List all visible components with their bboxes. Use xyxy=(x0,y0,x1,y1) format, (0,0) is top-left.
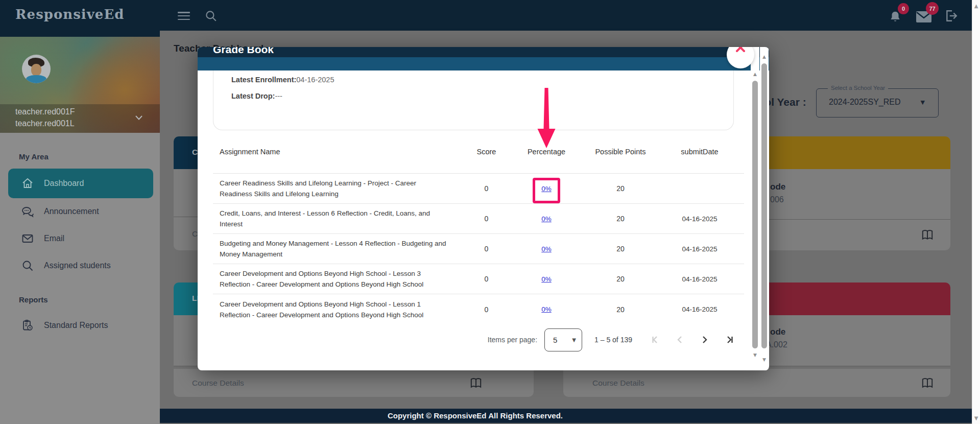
grade-book-modal: Grade Book Latest Enrollment:04-16-2025 … xyxy=(198,47,769,370)
page-size-select[interactable]: 5 ▼ xyxy=(544,328,582,351)
assignment-name: Credit, Loans, and Interest - Lesson 6 R… xyxy=(213,208,462,229)
avatar xyxy=(22,55,51,83)
sidebar-item-email[interactable]: Email xyxy=(8,226,153,251)
column-header-submitdate: submitDate xyxy=(659,147,740,156)
table-row: Career Readiness Skills and Lifelong Lea… xyxy=(213,174,744,204)
course-code-value-fragment: 006 xyxy=(770,195,784,204)
percentage-link[interactable]: 0% xyxy=(541,215,552,223)
profile-name-last: teacher.red001L xyxy=(15,119,75,128)
search-icon[interactable] xyxy=(204,9,218,22)
sidebar: teacher.red001F teacher.red001L My Area … xyxy=(0,31,160,424)
magnifier-icon xyxy=(21,260,34,272)
scroll-up-arrow[interactable]: ▲ xyxy=(972,3,980,9)
column-header-score: Score xyxy=(462,147,511,156)
modal-inner-scrollbar: ▲ ▼ xyxy=(751,47,759,370)
pagination-bar: Items per page: 5 ▼ 1 – 5 of 139 xyxy=(213,324,735,355)
annotation-highlight-box xyxy=(533,178,560,203)
table-row: Budgeting and Money Management - Lesson … xyxy=(213,234,744,264)
latest-enrollment-label: Latest Enrollment: xyxy=(231,76,296,84)
possible-points-value: 20 xyxy=(582,305,659,314)
latest-drop-label: Latest Drop: xyxy=(231,92,275,100)
app-window: ResponsiveEd 0 77 teacher. xyxy=(0,0,980,424)
close-icon xyxy=(735,47,746,53)
modal-title: Grade Book xyxy=(213,47,274,56)
table-row: Credit, Loans, and Interest - Lesson 6 R… xyxy=(213,204,744,234)
course-code-value-fragment: A.002 xyxy=(766,340,787,349)
sidebar-item-label: Assigned students xyxy=(44,261,111,270)
school-year-select[interactable]: Select a School Year 2024-2025SY_RED ▼ xyxy=(816,88,939,117)
sidebar-item-label: Standard Reports xyxy=(44,321,108,330)
percentage-link[interactable]: 0% xyxy=(541,305,552,313)
submit-date-value: 04-16-2025 xyxy=(659,305,740,313)
sidebar-item-label: Dashboard xyxy=(44,179,84,188)
column-header-assignment-name: Assignment Name xyxy=(213,147,462,156)
modal-outer-scrollbar: ▲ ▼ xyxy=(760,47,769,370)
scroll-down-arrow[interactable]: ▼ xyxy=(972,415,980,421)
latest-enrollment-value: 04-16-2025 xyxy=(296,76,334,84)
submit-date-value: 04-16-2025 xyxy=(659,215,740,223)
possible-points-value: 20 xyxy=(582,275,659,283)
sidebar-item-label: Email xyxy=(44,234,64,243)
envelope-icon xyxy=(21,232,34,245)
percentage-link[interactable]: 0% xyxy=(541,275,552,283)
scroll-up-arrow[interactable]: ▲ xyxy=(760,54,769,59)
menu-toggle-icon[interactable] xyxy=(178,12,190,20)
app-logo: ResponsiveEd xyxy=(15,7,124,22)
scroll-down-arrow[interactable]: ▼ xyxy=(760,357,769,362)
sidebar-item-standard-reports[interactable]: Standard Reports xyxy=(8,313,153,338)
sidebar-item-dashboard[interactable]: Dashboard xyxy=(8,169,153,198)
page-size-value: 5 xyxy=(553,336,557,344)
logout-icon[interactable] xyxy=(945,9,958,22)
assignment-name: Career Readiness Skills and Lifelong Lea… xyxy=(213,178,462,199)
submit-date-value: 04-16-2025 xyxy=(659,245,740,253)
mail-count-badge: 77 xyxy=(926,2,939,15)
column-header-possible-points: Possible Points xyxy=(582,147,659,156)
latest-drop-row: Latest Drop:--- xyxy=(231,92,282,100)
assignment-name: Career Development and Options Beyond Hi… xyxy=(213,299,462,320)
modal-header-strip xyxy=(198,47,769,57)
sidebar-section-my-area: My Area xyxy=(19,152,49,161)
course-code-label-fragment: ode xyxy=(770,182,785,192)
latest-drop-value: --- xyxy=(275,92,282,100)
percentage-link[interactable]: 0% xyxy=(541,245,552,253)
last-page-button[interactable] xyxy=(723,334,735,346)
possible-points-value: 20 xyxy=(582,184,659,193)
score-value: 0 xyxy=(462,184,511,193)
scroll-up-arrow[interactable]: ▲ xyxy=(751,72,759,77)
book-icon[interactable] xyxy=(921,376,934,390)
previous-page-button[interactable] xyxy=(674,334,686,346)
chevron-down-icon: ▼ xyxy=(921,99,925,106)
sidebar-item-label: Announcement xyxy=(44,207,99,216)
page-scrollbar[interactable]: ▲ ▼ xyxy=(972,0,980,424)
assignments-table: Assignment Name Score Percentage Possibl… xyxy=(213,130,744,324)
book-icon[interactable] xyxy=(921,228,934,242)
scrollbar-thumb[interactable] xyxy=(761,63,767,348)
course-details-label: Course Details xyxy=(192,379,244,388)
chevron-down-icon[interactable] xyxy=(135,115,142,120)
modal-header-band xyxy=(198,57,769,70)
profile-name-strip[interactable]: teacher.red001F teacher.red001L xyxy=(0,104,160,133)
submit-date-value: 04-16-2025 xyxy=(659,275,740,283)
book-icon[interactable] xyxy=(469,376,483,390)
scrollbar-thumb[interactable] xyxy=(752,81,758,348)
score-value: 0 xyxy=(462,245,511,253)
course-details-label: Course Details xyxy=(592,379,644,388)
sidebar-item-assigned-students[interactable]: Assigned students xyxy=(8,253,153,278)
sidebar-item-announcement[interactable]: Announcement xyxy=(8,199,153,224)
course-details-bar[interactable]: Course Details xyxy=(563,369,950,397)
latest-enrollment-row: Latest Enrollment:04-16-2025 xyxy=(231,76,334,84)
table-header-row: Assignment Name Score Percentage Possibl… xyxy=(213,130,744,174)
assignment-name: Budgeting and Money Management - Lesson … xyxy=(213,238,462,260)
notification-count-badge: 0 xyxy=(898,3,909,14)
next-page-button[interactable] xyxy=(699,334,711,346)
sidebar-top-strip xyxy=(0,31,160,37)
scroll-down-arrow[interactable]: ▼ xyxy=(751,352,759,358)
course-code-label-fragment: ode xyxy=(770,327,785,337)
course-details-bar[interactable]: Course Details xyxy=(174,369,534,397)
first-page-button[interactable] xyxy=(650,334,662,346)
school-year-select-value: 2024-2025SY_RED xyxy=(829,98,901,107)
items-per-page-label: Items per page: xyxy=(488,336,537,344)
enrollment-info-panel: Latest Enrollment:04-16-2025 Latest Drop… xyxy=(213,70,734,130)
assignment-name: Career Development and Options Beyond Hi… xyxy=(213,268,462,290)
top-navigation-bar: ResponsiveEd 0 77 xyxy=(0,0,972,31)
